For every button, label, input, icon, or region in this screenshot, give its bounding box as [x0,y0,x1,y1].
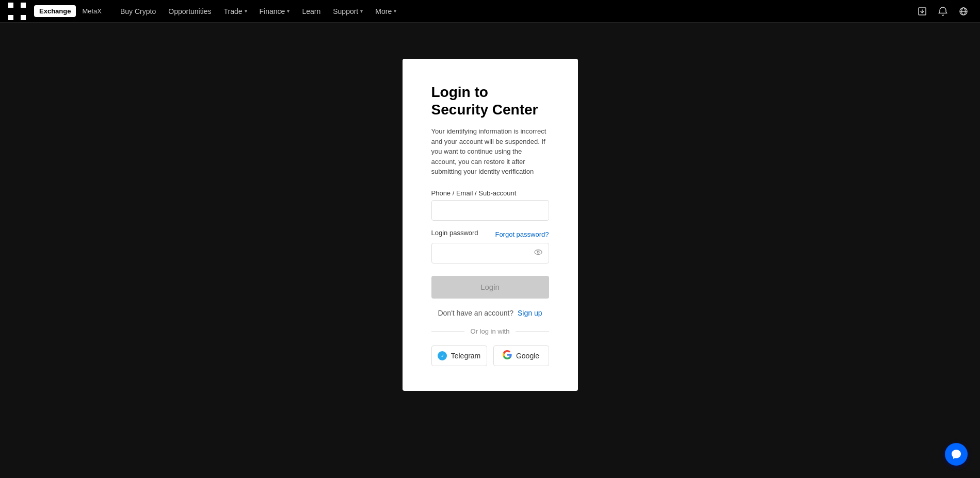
phone-email-input[interactable] [431,200,549,221]
login-description: Your identifying information is incorrec… [431,126,549,177]
trade-chevron-icon: ▾ [245,8,247,14]
telegram-icon [438,351,447,360]
phone-email-label: Phone / Email / Sub-account [431,189,549,197]
google-button-label: Google [516,352,539,360]
social-login-buttons: Telegram Google [431,345,549,366]
toggle-password-icon[interactable] [534,248,543,259]
divider-line-left [431,331,464,332]
download-button[interactable] [914,3,930,20]
language-button[interactable] [955,3,972,20]
nav-buy-crypto[interactable]: Buy Crypto [115,5,161,18]
navbar: Exchange MetaX Buy Crypto Opportunities … [0,0,980,23]
nav-links: Buy Crypto Opportunities Trade ▾ Finance… [115,5,914,18]
signup-link[interactable]: Sign up [518,309,542,317]
password-input[interactable] [431,243,549,263]
google-login-button[interactable]: Google [493,345,549,366]
no-account-text: Don't have an account? [438,309,513,317]
login-card: Login to Security Center Your identifyin… [403,59,578,391]
nav-more[interactable]: More ▾ [370,5,401,18]
no-account-row: Don't have an account? Sign up [431,309,549,317]
more-chevron-icon: ▾ [394,8,396,14]
social-divider: Or log in with [431,327,549,335]
okx-logo-icon [8,3,26,20]
phone-email-field-group: Phone / Email / Sub-account [431,189,549,229]
password-input-wrapper [431,243,549,263]
google-icon [503,350,512,361]
svg-point-4 [537,251,539,253]
or-log-in-text: Or log in with [471,327,510,335]
logo[interactable] [8,3,30,20]
finance-chevron-icon: ▾ [287,8,290,14]
notification-button[interactable] [935,3,951,20]
tab-metax[interactable]: MetaX [77,5,107,17]
login-button[interactable]: Login [431,276,549,299]
nav-tabs: Exchange MetaX [34,5,107,17]
password-label: Login password [431,229,478,237]
login-title: Login to Security Center [431,84,549,118]
navbar-right [914,3,972,20]
tab-exchange[interactable]: Exchange [34,5,76,17]
telegram-button-label: Telegram [451,352,481,360]
support-chevron-icon: ▾ [360,8,363,14]
nav-learn[interactable]: Learn [297,5,326,18]
password-field-group: Login password Forgot password? [431,229,549,263]
main-content: Login to Security Center Your identifyin… [0,23,980,478]
nav-trade[interactable]: Trade ▾ [219,5,252,18]
password-label-row: Login password Forgot password? [431,229,549,240]
forgot-password-link[interactable]: Forgot password? [495,230,549,238]
svg-point-3 [535,250,542,254]
telegram-login-button[interactable]: Telegram [431,345,487,366]
nav-finance[interactable]: Finance ▾ [254,5,295,18]
nav-opportunities[interactable]: Opportunities [163,5,216,18]
support-bubble-button[interactable] [945,443,968,466]
nav-support[interactable]: Support ▾ [328,5,368,18]
divider-line-right [516,331,549,332]
